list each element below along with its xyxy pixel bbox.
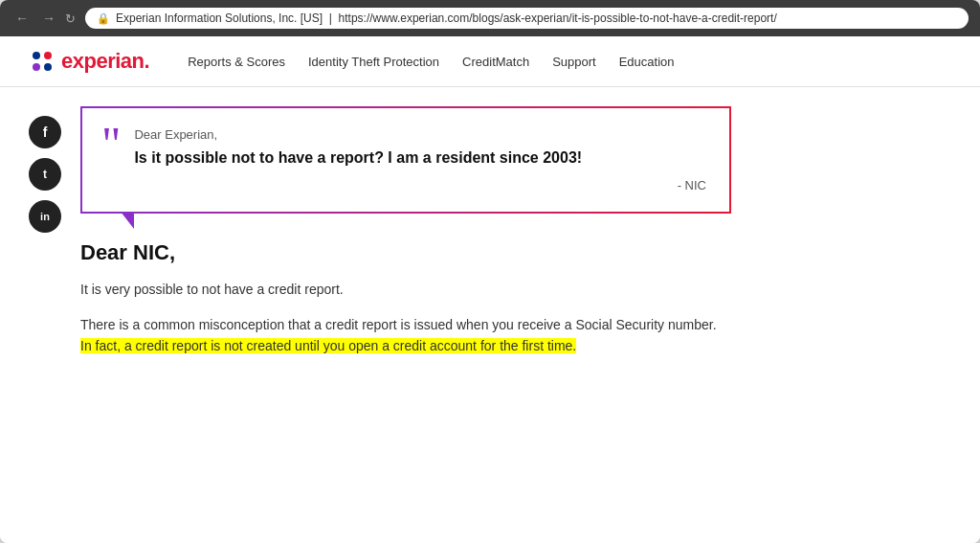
url-path: it-is-possible-to-not-have-a-credit-repo…	[572, 11, 777, 25]
main-content: f t in " Dear Experian, Is it possible n…	[0, 87, 980, 543]
svg-point-1	[44, 52, 52, 59]
forward-button[interactable]: →	[38, 9, 59, 28]
linkedin-button[interactable]: in	[29, 200, 61, 233]
nav-creditmatch[interactable]: CreditMatch	[462, 55, 529, 69]
refresh-button[interactable]: ↻	[65, 11, 76, 26]
nav-links: Reports & Scores Identity Theft Protecti…	[188, 55, 674, 69]
svg-point-2	[33, 63, 40, 71]
quote-inner: " Dear Experian, Is it possible not to h…	[101, 127, 706, 192]
nav-identity-theft[interactable]: Identity Theft Protection	[308, 55, 439, 69]
para2-before: There is a common misconception that a c…	[80, 317, 717, 332]
twitter-button[interactable]: t	[29, 158, 61, 191]
quote-salutation: Dear Experian,	[134, 127, 706, 142]
top-nav: experian. Reports & Scores Identity Thef…	[0, 36, 980, 87]
svg-point-0	[33, 52, 40, 59]
back-button[interactable]: ←	[11, 9, 33, 28]
svg-point-3	[44, 63, 52, 71]
logo-text: experian.	[61, 49, 149, 74]
quote-author: - NIC	[134, 178, 706, 192]
site-name: Experian Information Solutions, Inc. [US…	[116, 11, 323, 25]
quote-box: " Dear Experian, Is it possible not to h…	[80, 106, 731, 214]
logo-icon	[29, 48, 56, 75]
article-para-2: There is a common misconception that a c…	[80, 314, 731, 357]
website: experian. Reports & Scores Identity Thef…	[0, 36, 980, 543]
lock-icon: 🔒	[97, 12, 110, 25]
nav-reports-scores[interactable]: Reports & Scores	[188, 55, 285, 69]
nav-support[interactable]: Support	[552, 55, 596, 69]
url-prefix: https://www.experian.com/blogs/ask-exper…	[339, 11, 572, 25]
nav-education[interactable]: Education	[619, 55, 675, 69]
quote-content: Dear Experian, Is it possible not to hav…	[134, 127, 706, 192]
quote-mark-icon: "	[101, 120, 121, 168]
address-text: Experian Information Solutions, Inc. [US…	[116, 11, 777, 25]
article-area: " Dear Experian, Is it possible not to h…	[80, 106, 951, 524]
article-heading: Dear NIC,	[80, 240, 951, 265]
nav-buttons: ← → ↻	[11, 9, 76, 28]
quote-text: Is it possible not to have a report? I a…	[134, 147, 706, 169]
facebook-button[interactable]: f	[29, 116, 61, 148]
browser-chrome: ← → ↻ 🔒 Experian Information Solutions, …	[0, 0, 980, 36]
logo[interactable]: experian.	[29, 48, 149, 75]
social-icons: f t in	[29, 106, 61, 524]
address-bar[interactable]: 🔒 Experian Information Solutions, Inc. […	[85, 8, 969, 29]
article-para-1: It is very possible to not have a credit…	[80, 279, 731, 300]
para2-highlighted: In fact, a credit report is not created …	[80, 338, 576, 353]
browser-window: ← → ↻ 🔒 Experian Information Solutions, …	[0, 0, 980, 543]
